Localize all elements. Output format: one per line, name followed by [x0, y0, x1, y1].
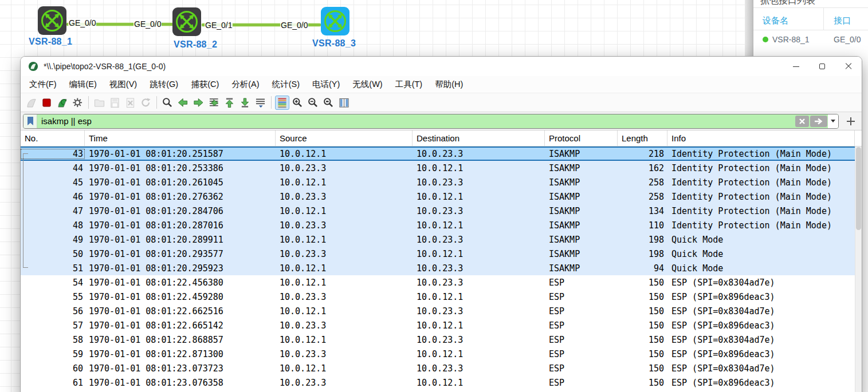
go-back-button[interactable]	[176, 96, 190, 110]
cell-info: ESP (SPI=0x8304ad7e)	[667, 363, 855, 374]
port-label: GE_0/0	[280, 21, 308, 30]
router-icon-vsr-88-3-selected[interactable]	[320, 6, 350, 36]
cell-no: 46	[21, 192, 85, 202]
restart-capture-button[interactable]	[55, 96, 69, 110]
cell-time: 1970-01-01 08:01:20.293577	[85, 249, 276, 259]
menu-item-7[interactable]: 电话(Y)	[306, 76, 346, 93]
device-label-vsr-88-2[interactable]: VSR-88_2	[174, 39, 217, 50]
find-packet-button[interactable]	[160, 96, 175, 110]
go-forward-button[interactable]	[191, 96, 206, 110]
packet-row-58[interactable]: 581970-01-01 08:01:22.86885710.0.12.110.…	[21, 332, 862, 347]
clear-filter-button[interactable]	[795, 116, 809, 127]
cell-src: 10.0.23.3	[276, 163, 413, 173]
cell-no: 60	[21, 363, 85, 374]
packet-row-54[interactable]: 541970-01-01 08:01:22.45638010.0.12.110.…	[21, 275, 862, 290]
cell-info: ESP (SPI=0x896deac3)	[667, 320, 855, 331]
menu-item-5[interactable]: 分析(A)	[225, 76, 265, 93]
column-header-info[interactable]: Info	[667, 130, 855, 146]
title-bar[interactable]: *\\.\pipe\topo2-VSR-88_1(GE_0-0)	[21, 57, 862, 76]
packet-row-44[interactable]: 441970-01-01 08:01:20.25338610.0.23.310.…	[21, 161, 862, 175]
menu-item-8[interactable]: 无线(W)	[346, 76, 388, 93]
go-last-packet-button[interactable]	[238, 96, 252, 110]
capture-row-device[interactable]: VSR-88_1	[772, 35, 810, 44]
cell-time: 1970-01-01 08:01:23.073723	[85, 363, 276, 374]
go-to-packet-button[interactable]	[207, 96, 221, 110]
cell-time: 1970-01-01 08:01:20.295923	[85, 263, 276, 274]
capture-row-interface[interactable]: GE_0/0	[834, 35, 861, 44]
packet-row-56[interactable]: 561970-01-01 08:01:22.66251610.0.12.110.…	[21, 304, 862, 318]
cell-dst: 10.0.12.1	[413, 249, 545, 259]
maximize-button[interactable]	[809, 57, 835, 76]
vertical-scrollbar[interactable]	[855, 146, 862, 392]
scrollbar-thumb[interactable]	[856, 147, 861, 230]
cell-no: 57	[21, 320, 85, 331]
packet-row-60[interactable]: 601970-01-01 08:01:23.07372310.0.12.110.…	[21, 361, 862, 375]
cell-dst: 10.0.23.3	[413, 235, 545, 245]
packet-row-47[interactable]: 471970-01-01 08:01:20.28470610.0.12.110.…	[21, 204, 862, 218]
resize-columns-button[interactable]	[337, 96, 351, 110]
auto-scroll-button[interactable]	[253, 96, 268, 110]
apply-filter-button[interactable]	[810, 116, 827, 127]
column-header-time[interactable]: Time	[85, 130, 276, 146]
zoom-in-button[interactable]	[290, 96, 305, 110]
stop-capture-button[interactable]	[40, 96, 54, 110]
display-filter-input[interactable]: isakmp || esp	[37, 114, 795, 128]
cell-info: Quick Mode	[667, 263, 855, 274]
router-icon-vsr-88-1[interactable]	[37, 6, 67, 35]
column-header-protocol[interactable]: Protocol	[545, 130, 618, 146]
menu-item-2[interactable]: 视图(V)	[103, 76, 143, 93]
add-filter-button[interactable]	[843, 114, 858, 129]
menu-item-9[interactable]: 工具(T)	[389, 76, 429, 93]
packet-row-55[interactable]: 551970-01-01 08:01:22.45928010.0.23.310.…	[21, 290, 862, 304]
column-header-source[interactable]: Source	[276, 130, 413, 146]
minimize-button[interactable]	[783, 57, 809, 76]
bookmark-icon	[27, 117, 34, 126]
cell-time: 1970-01-01 08:01:20.251587	[85, 149, 276, 159]
cell-len: 110	[618, 220, 667, 231]
capture-options-button[interactable]	[70, 96, 85, 110]
colorize-packets-button[interactable]	[275, 96, 289, 110]
cell-len: 150	[618, 335, 667, 345]
cell-dst: 10.0.12.1	[413, 320, 545, 331]
menu-item-3[interactable]: 跳转(G)	[143, 76, 184, 93]
open-file-button	[92, 96, 107, 110]
column-header-device: 设备名	[763, 15, 788, 26]
filter-bookmark-button[interactable]	[23, 114, 37, 128]
cell-dst: 10.0.23.3	[413, 363, 545, 374]
window-title: *\\.\pipe\topo2-VSR-88_1(GE_0-0)	[44, 62, 783, 71]
cell-proto: ESP	[545, 349, 618, 359]
packet-row-48[interactable]: 481970-01-01 08:01:20.28701610.0.23.310.…	[21, 218, 862, 232]
packet-row-46[interactable]: 461970-01-01 08:01:20.27636210.0.23.310.…	[21, 189, 862, 204]
column-header-no[interactable]: No.	[21, 130, 85, 146]
packet-row-51[interactable]: 511970-01-01 08:01:20.29592310.0.12.110.…	[21, 261, 862, 275]
packet-row-59[interactable]: 591970-01-01 08:01:22.87130010.0.23.310.…	[21, 347, 862, 361]
device-label-vsr-88-1[interactable]: VSR-88_1	[29, 37, 72, 47]
menu-item-0[interactable]: 文件(F)	[23, 76, 63, 93]
cell-time: 1970-01-01 08:01:22.868857	[85, 335, 276, 345]
packet-row-57[interactable]: 571970-01-01 08:01:22.66514210.0.23.310.…	[21, 318, 862, 332]
close-button[interactable]	[835, 57, 862, 76]
menu-item-6[interactable]: 统计(S)	[266, 76, 306, 93]
toolbar-separator	[271, 96, 272, 109]
packet-row-45[interactable]: 451970-01-01 08:01:20.26104510.0.12.110.…	[21, 175, 862, 189]
packet-row-49[interactable]: 491970-01-01 08:01:20.28991110.0.12.110.…	[21, 232, 862, 247]
packet-row-61[interactable]: 611970-01-01 08:01:23.07635810.0.23.310.…	[21, 375, 862, 390]
menu-item-4[interactable]: 捕获(C)	[184, 76, 225, 93]
column-header-destination[interactable]: Destination	[413, 130, 545, 146]
cell-dst: 10.0.12.1	[413, 292, 545, 302]
filter-history-dropdown[interactable]	[828, 114, 838, 128]
display-filter-field[interactable]: isakmp || esp	[23, 114, 839, 129]
zoom-reset-button[interactable]	[321, 96, 336, 110]
go-first-packet-button[interactable]	[222, 96, 237, 110]
menu-item-10[interactable]: 帮助(H)	[429, 76, 469, 93]
packet-row-43[interactable]: 431970-01-01 08:01:20.25158710.0.12.110.…	[21, 146, 862, 161]
cell-dst: 10.0.12.1	[413, 192, 545, 202]
column-header-length[interactable]: Length	[618, 130, 667, 146]
menu-item-1[interactable]: 编辑(E)	[63, 76, 103, 93]
router-icon-vsr-88-2[interactable]	[172, 7, 202, 37]
zoom-out-button[interactable]	[306, 96, 320, 110]
device-label-vsr-88-3[interactable]: VSR-88_3	[312, 38, 356, 49]
packet-list-header: No.TimeSourceDestinationProtocolLengthIn…	[21, 130, 862, 146]
cell-len: 150	[618, 306, 667, 316]
packet-row-50[interactable]: 501970-01-01 08:01:20.29357710.0.23.310.…	[21, 247, 862, 261]
